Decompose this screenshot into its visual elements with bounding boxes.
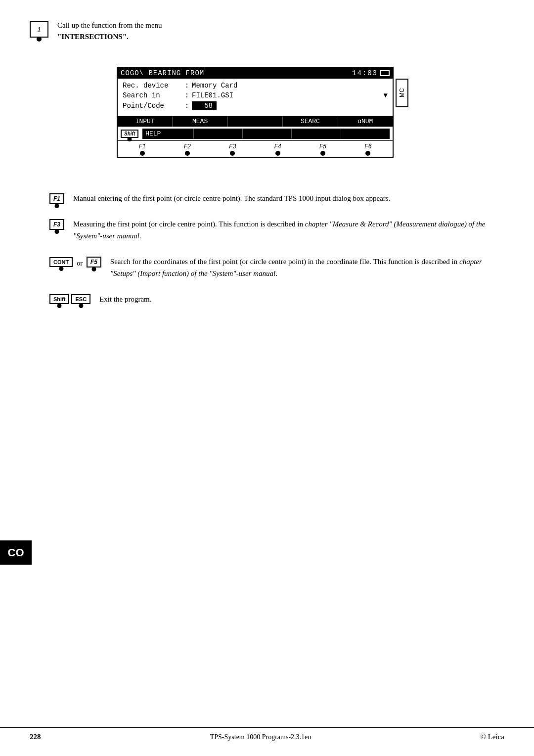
lcd-fkey-f4: F4 [255,143,300,156]
lcd-fn-empty1 [228,116,283,127]
instr-f5-icon: CONT or F5 [49,257,101,267]
lcd-fn-meas: MEAS [173,116,227,127]
lcd-help-empty1 [194,129,243,139]
instr-f1-row: F1 Manual entering of the first point (o… [49,192,504,204]
co-sidebar-label: CO [0,540,32,565]
lcd-screen: COGO\ BEARING FROM 14:03 MC Rec. device … [117,67,394,158]
footer: 228 TPS-System 1000 Programs-2.3.1en © L… [0,727,534,741]
lcd-fkey-f6: F6 [346,143,391,156]
lcd-fkey-f2: F2 [165,143,210,156]
instr-f3-text: Measuring the first point (or circle cen… [73,218,504,242]
fkey-f4-bullet [275,151,280,156]
lcd-search-row: Search in : FILE01.GSI ▼ [123,91,388,99]
instr-f5-row: CONT or F5 Search for the coordinates of… [49,256,504,279]
step1-text: Call up the function from the menu "INTE… [57,20,504,42]
esc-button[interactable]: ESC [71,294,90,304]
lcd-fn-bar: INPUT MEAS SEARC αNUM [118,116,393,127]
lcd-help-empty3 [292,129,341,139]
instr-f3-before: Measuring the first point (or circle cen… [73,220,305,228]
lcd-fn-searc: SEARC [283,116,338,127]
lcd-battery-icon [380,70,390,76]
lcd-mc-badge: MC [396,79,408,107]
footer-page: 228 [30,733,41,741]
lcd-fn-input: INPUT [118,116,173,127]
cont-key-button[interactable]: CONT [49,257,73,267]
step1-icon: 1 [30,21,48,38]
lcd-fkey-row: F1 F2 F3 F4 F5 [118,140,393,157]
instr-f5-before: Search for the coordinates of the first … [110,258,459,266]
instr-f5-text: Search for the coordinates of the first … [110,256,504,279]
lcd-search-value: FILE01.GSI [192,91,382,99]
lcd-fkey-f3: F3 [210,143,255,156]
instr-f3-after: . [139,232,141,240]
lcd-fn-alphanum: αNUM [338,116,393,127]
instr-exit-row: Shift ESC Exit the program. [49,293,504,305]
lcd-help-label: HELP [142,129,193,139]
shift-exit-button[interactable]: Shift [49,294,69,304]
instr-f1-icon: F1 [49,193,64,204]
footer-title: TPS-System 1000 Programs-2.3.1en [210,733,312,741]
instr-exit-icon: Shift ESC [49,294,90,304]
instr-f3-icon: F3 [49,219,64,230]
lcd-help-empty2 [243,129,292,139]
lcd-point-row: Point/Code : 58 [123,101,388,110]
lcd-rec-value: Memory Card [192,82,388,89]
lcd-rec-label: Rec. device [123,82,182,89]
lcd-fkey-f1: F1 [120,143,165,156]
fkey-f1-bullet [140,151,145,156]
instr-exit-text: Exit the program. [99,293,504,305]
f1-key-button[interactable]: F1 [49,193,64,204]
lcd-body: Rec. device : Memory Card Search in : FI… [118,79,393,116]
step1-line1: Call up the function from the menu [57,21,162,29]
lcd-point-label: Point/Code [123,102,182,110]
f5-key-button[interactable]: F5 [87,257,101,267]
step1-section: 1 Call up the function from the menu "IN… [30,20,504,42]
page: CO 1 Call up the function from the menu … [0,0,534,756]
fkey-f2-bullet [185,151,190,156]
lcd-help-bar: HELP [142,129,390,139]
lcd-point-value: 58 [192,101,217,110]
fkey-f3-bullet [230,151,235,156]
instr-f5-after: . [275,269,277,277]
f3-key-button[interactable]: F3 [49,219,64,230]
instr-f3-row: F3 Measuring the first point (or circle … [49,218,504,242]
lcd-title-bar: COGO\ BEARING FROM 14:03 [118,68,393,79]
instr-f1-text: Manual entering of the first point (or c… [73,192,504,204]
or-text: or [77,260,83,267]
lcd-fkey-f5: F5 [300,143,345,156]
footer-brand: © Leica [481,733,504,741]
lcd-search-label: Search in [123,91,182,99]
lcd-down-arrow-icon: ▼ [384,91,388,99]
step1-number: 1 [37,25,41,34]
lcd-rec-device-row: Rec. device : Memory Card [123,82,388,89]
step1-bold: "INTERSECTIONS". [57,33,129,41]
lcd-shift-button[interactable]: Shift [121,130,138,138]
fkey-f6-bullet [365,151,370,156]
lcd-help-empty4 [341,129,390,139]
lcd-time: 14:03 [352,69,378,77]
lcd-title: COGO\ BEARING FROM [121,69,204,77]
fkey-f5-bullet [320,151,325,156]
